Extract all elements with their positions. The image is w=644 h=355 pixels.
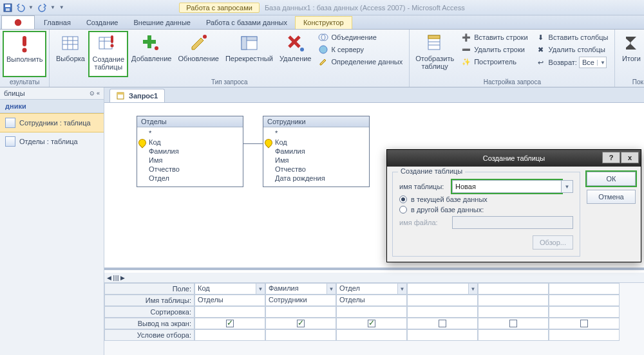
chevron-down-icon[interactable]: ▼ (256, 284, 265, 294)
grid-cell[interactable] (549, 329, 620, 341)
chevron-down-icon[interactable]: ⊙ « (90, 90, 100, 96)
field-familiya[interactable]: Фамилия (147, 147, 240, 156)
field-familiya[interactable]: Фамилия (274, 147, 366, 156)
crosstab-button[interactable]: Перекрестный (222, 31, 276, 77)
grid-cell[interactable] (336, 306, 407, 318)
tab-database-tools[interactable]: Работа с базами данных (198, 17, 295, 29)
builder-button[interactable]: ✨Построитель (459, 56, 530, 68)
grid-cell[interactable] (549, 318, 620, 329)
totals-button[interactable]: Итоги (618, 31, 644, 77)
return-combo[interactable]: Все▼ (579, 57, 607, 68)
insert-rows-button[interactable]: ➕Вставить строки (459, 32, 530, 43)
help-button[interactable]: ? (602, 152, 620, 163)
tab-external-data[interactable]: Внешние данные (126, 17, 198, 29)
chevron-down-icon[interactable]: ▼ (327, 284, 336, 294)
undo-dropdown-icon[interactable]: ▼ (28, 5, 33, 10)
join-line[interactable] (243, 143, 263, 144)
table-name-input[interactable] (452, 180, 562, 193)
grid-cell[interactable] (336, 329, 407, 341)
redo-icon[interactable] (37, 3, 48, 13)
field-kod[interactable]: Код (147, 138, 240, 147)
passthrough-button[interactable]: К серверу (316, 44, 405, 55)
grid-cell[interactable] (478, 306, 549, 318)
chevron-down-icon[interactable]: ▼ (397, 284, 406, 294)
grid-cell[interactable]: ▼ (407, 283, 478, 295)
union-button[interactable]: Объединение (316, 32, 405, 43)
nav-item-sotrudniki[interactable]: Сотрудники : таблица (0, 113, 104, 132)
grid-cell[interactable] (265, 318, 336, 329)
undo-icon[interactable] (15, 3, 26, 13)
grid-cell[interactable] (549, 283, 620, 295)
ok-button[interactable]: ОК (587, 172, 636, 186)
file-menu-button[interactable] (1, 15, 35, 29)
field-otchestvo[interactable]: Отчество (274, 165, 366, 174)
table-box-sotrudniki[interactable]: Сотрудники * Код Фамилия Имя Отчество Да… (263, 116, 370, 187)
chevron-down-icon[interactable]: ▼ (468, 284, 477, 294)
insert-cols-button[interactable]: ⬇Вставить столбцы (533, 32, 611, 43)
checkbox-icon[interactable] (297, 320, 305, 327)
checkbox-icon[interactable] (439, 320, 446, 327)
grid-cell[interactable] (265, 329, 336, 341)
close-button[interactable]: x (621, 152, 639, 163)
append-button[interactable]: Добавление (128, 31, 175, 77)
field-imya[interactable]: Имя (274, 156, 366, 165)
grid-cell[interactable] (194, 318, 265, 329)
field-star[interactable]: * (274, 129, 366, 138)
dialog-titlebar[interactable]: Создание таблицы ? x (387, 150, 641, 167)
field-data-rozhdeniya[interactable]: Дата рождения (274, 174, 366, 183)
grid-cell[interactable] (407, 329, 478, 341)
chevron-down-icon[interactable]: ▼ (597, 60, 606, 66)
radio-current-db[interactable] (399, 196, 407, 203)
save-icon[interactable] (3, 3, 13, 13)
grid-cell[interactable]: Отдел▼ (336, 283, 407, 295)
grid-cell[interactable]: Отделы (336, 295, 407, 306)
field-imya[interactable]: Имя (147, 156, 240, 165)
field-otchestvo[interactable]: Отчество (147, 165, 240, 174)
chevron-down-icon[interactable]: ▼ (562, 180, 573, 193)
document-tab-query1[interactable]: Запрос1 (109, 89, 165, 102)
table-box-otdely[interactable]: Отделы * Код Фамилия Имя Отчество Отдел (137, 116, 243, 187)
field-otdel[interactable]: Отдел (147, 174, 240, 183)
redo-dropdown-icon[interactable]: ▼ (50, 5, 55, 10)
delete-rows-button[interactable]: ➖Удалить строки (459, 44, 530, 55)
grid-cell[interactable] (478, 318, 549, 329)
grid-cell[interactable] (194, 329, 265, 341)
tab-create[interactable]: Создание (79, 17, 126, 29)
grid-cell[interactable] (478, 329, 549, 341)
grid-cell[interactable] (336, 318, 407, 329)
grid-nav[interactable]: ◀ |||| ▶ (104, 273, 644, 283)
show-table-button[interactable]: Отобразить таблицу (412, 31, 457, 77)
nav-section[interactable]: дники (0, 100, 104, 113)
qat-customize-icon[interactable]: ▼ (59, 5, 64, 10)
grid-cell[interactable] (478, 295, 549, 306)
radio-current-row[interactable]: в текущей базе данных (399, 196, 573, 203)
grid-cell[interactable] (194, 306, 265, 318)
tab-design[interactable]: Конструктор (295, 16, 352, 29)
tab-home[interactable]: Главная (36, 17, 79, 29)
grid-cell[interactable] (407, 306, 478, 318)
field-star[interactable]: * (147, 129, 240, 138)
field-kod[interactable]: Код (274, 138, 366, 147)
radio-other-db[interactable] (399, 206, 407, 214)
delete-cols-button[interactable]: ✖Удалить столбцы (533, 44, 611, 55)
make-table-button[interactable]: Создание таблицы (88, 31, 128, 77)
run-button[interactable]: Выполнить (3, 31, 46, 77)
data-definition-button[interactable]: Определение данных (316, 56, 405, 68)
select-query-button[interactable]: Выборка (52, 31, 88, 77)
nav-header[interactable]: блицы ⊙ « (0, 87, 104, 100)
grid-cell[interactable]: Сотрудники (265, 295, 336, 306)
grid-cell[interactable] (407, 295, 478, 306)
checkbox-icon[interactable] (580, 320, 588, 327)
grid-cell[interactable] (407, 318, 478, 329)
radio-other-row[interactable]: в другой базе данных: (399, 206, 573, 214)
update-button[interactable]: Обновление (175, 31, 222, 77)
table-header[interactable]: Отделы (137, 116, 243, 127)
grid-cell[interactable]: Отделы (194, 295, 265, 306)
nav-item-otdely[interactable]: Отделы : таблица (0, 132, 104, 150)
delete-query-button[interactable]: Удаление (276, 31, 315, 77)
cancel-button[interactable]: Отмена (587, 190, 636, 204)
grid-cell[interactable]: Фамилия▼ (265, 283, 336, 295)
grid-cell[interactable]: Код▼ (194, 283, 265, 295)
table-header[interactable]: Сотрудники (263, 116, 369, 127)
checkbox-icon[interactable] (368, 320, 375, 327)
